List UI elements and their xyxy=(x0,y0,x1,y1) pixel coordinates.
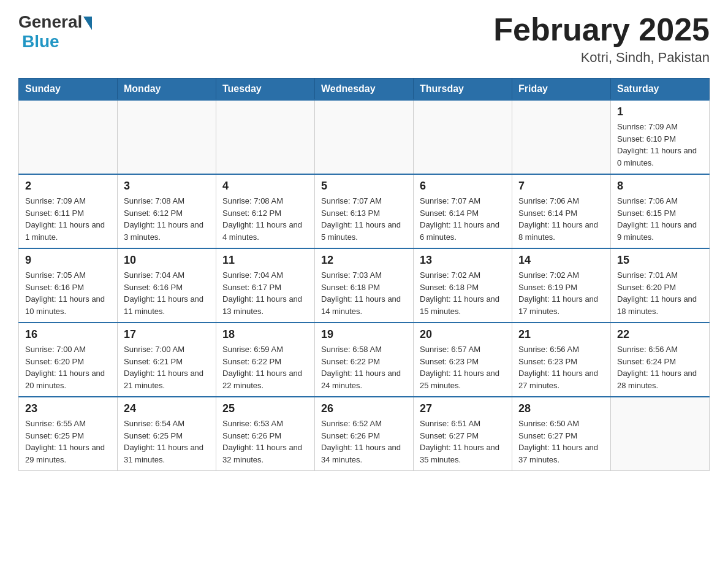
day-number: 16 xyxy=(25,328,111,341)
day-info: Sunrise: 7:02 AM Sunset: 6:18 PM Dayligh… xyxy=(420,270,499,316)
calendar-cell: 10Sunrise: 7:04 AM Sunset: 6:16 PM Dayli… xyxy=(118,248,216,323)
day-info: Sunrise: 6:50 AM Sunset: 6:27 PM Dayligh… xyxy=(518,419,598,464)
day-info: Sunrise: 7:06 AM Sunset: 6:15 PM Dayligh… xyxy=(617,196,697,242)
day-info: Sunrise: 6:54 AM Sunset: 6:25 PM Dayligh… xyxy=(124,419,203,464)
day-info: Sunrise: 7:05 AM Sunset: 6:16 PM Dayligh… xyxy=(25,270,105,316)
day-info: Sunrise: 6:52 AM Sunset: 6:26 PM Dayligh… xyxy=(321,419,401,464)
month-title: February 2025 xyxy=(493,12,710,47)
day-info: Sunrise: 7:00 AM Sunset: 6:20 PM Dayligh… xyxy=(25,345,105,390)
calendar-cell xyxy=(19,100,118,174)
calendar-cell: 11Sunrise: 7:04 AM Sunset: 6:17 PM Dayli… xyxy=(216,248,315,323)
calendar-cell: 7Sunrise: 7:06 AM Sunset: 6:14 PM Daylig… xyxy=(512,174,611,248)
day-info: Sunrise: 6:53 AM Sunset: 6:26 PM Dayligh… xyxy=(222,419,302,464)
calendar-week-1: 1Sunrise: 7:09 AM Sunset: 6:10 PM Daylig… xyxy=(19,100,710,174)
day-info: Sunrise: 6:58 AM Sunset: 6:22 PM Dayligh… xyxy=(321,345,401,390)
day-number: 5 xyxy=(321,180,407,193)
calendar-cell xyxy=(216,100,315,174)
day-info: Sunrise: 7:04 AM Sunset: 6:17 PM Dayligh… xyxy=(222,270,302,316)
day-info: Sunrise: 7:03 AM Sunset: 6:18 PM Dayligh… xyxy=(321,270,401,316)
day-number: 1 xyxy=(617,105,703,118)
calendar-cell: 2Sunrise: 7:09 AM Sunset: 6:11 PM Daylig… xyxy=(19,174,118,248)
calendar-cell xyxy=(118,100,216,174)
day-info: Sunrise: 7:01 AM Sunset: 6:20 PM Dayligh… xyxy=(617,270,697,316)
day-header-saturday: Saturday xyxy=(611,79,710,101)
day-number: 2 xyxy=(25,180,111,193)
calendar-cell: 13Sunrise: 7:02 AM Sunset: 6:18 PM Dayli… xyxy=(414,248,512,323)
day-number: 14 xyxy=(518,254,604,267)
day-number: 11 xyxy=(222,254,308,267)
calendar-cell: 5Sunrise: 7:07 AM Sunset: 6:13 PM Daylig… xyxy=(315,174,414,248)
day-number: 28 xyxy=(518,402,604,415)
day-header-monday: Monday xyxy=(118,79,216,101)
calendar-cell: 27Sunrise: 6:51 AM Sunset: 6:27 PM Dayli… xyxy=(414,397,512,471)
calendar-cell: 19Sunrise: 6:58 AM Sunset: 6:22 PM Dayli… xyxy=(315,323,414,397)
day-number: 4 xyxy=(222,180,308,193)
calendar-cell: 23Sunrise: 6:55 AM Sunset: 6:25 PM Dayli… xyxy=(19,397,118,471)
calendar-week-3: 9Sunrise: 7:05 AM Sunset: 6:16 PM Daylig… xyxy=(19,248,710,323)
logo-blue-text: Blue xyxy=(22,32,59,52)
day-number: 24 xyxy=(124,402,210,415)
calendar-cell: 4Sunrise: 7:08 AM Sunset: 6:12 PM Daylig… xyxy=(216,174,315,248)
day-number: 13 xyxy=(420,254,506,267)
day-number: 26 xyxy=(321,402,407,415)
calendar-cell: 25Sunrise: 6:53 AM Sunset: 6:26 PM Dayli… xyxy=(216,397,315,471)
day-number: 22 xyxy=(617,328,703,341)
calendar-cell: 15Sunrise: 7:01 AM Sunset: 6:20 PM Dayli… xyxy=(611,248,710,323)
day-info: Sunrise: 7:04 AM Sunset: 6:16 PM Dayligh… xyxy=(124,270,203,316)
calendar-cell: 24Sunrise: 6:54 AM Sunset: 6:25 PM Dayli… xyxy=(118,397,216,471)
day-number: 12 xyxy=(321,254,407,267)
day-number: 27 xyxy=(420,402,506,415)
calendar-cell: 9Sunrise: 7:05 AM Sunset: 6:16 PM Daylig… xyxy=(19,248,118,323)
calendar-cell: 26Sunrise: 6:52 AM Sunset: 6:26 PM Dayli… xyxy=(315,397,414,471)
logo-general-text: General xyxy=(18,12,82,32)
day-number: 10 xyxy=(124,254,210,267)
logo-arrow-icon xyxy=(83,17,92,30)
calendar-week-4: 16Sunrise: 7:00 AM Sunset: 6:20 PM Dayli… xyxy=(19,323,710,397)
calendar-cell: 21Sunrise: 6:56 AM Sunset: 6:23 PM Dayli… xyxy=(512,323,611,397)
day-number: 9 xyxy=(25,254,111,267)
day-info: Sunrise: 7:02 AM Sunset: 6:19 PM Dayligh… xyxy=(518,270,598,316)
title-block: February 2025 Kotri, Sindh, Pakistan xyxy=(493,12,710,66)
calendar-week-2: 2Sunrise: 7:09 AM Sunset: 6:11 PM Daylig… xyxy=(19,174,710,248)
day-number: 15 xyxy=(617,254,703,267)
day-header-friday: Friday xyxy=(512,79,611,101)
calendar-cell: 1Sunrise: 7:09 AM Sunset: 6:10 PM Daylig… xyxy=(611,100,710,174)
day-info: Sunrise: 7:07 AM Sunset: 6:14 PM Dayligh… xyxy=(420,196,499,242)
calendar-cell xyxy=(512,100,611,174)
day-number: 8 xyxy=(617,180,703,193)
location-text: Kotri, Sindh, Pakistan xyxy=(493,50,710,66)
day-info: Sunrise: 7:08 AM Sunset: 6:12 PM Dayligh… xyxy=(222,196,302,242)
day-info: Sunrise: 7:09 AM Sunset: 6:11 PM Dayligh… xyxy=(25,196,105,242)
calendar-cell xyxy=(414,100,512,174)
day-info: Sunrise: 7:08 AM Sunset: 6:12 PM Dayligh… xyxy=(124,196,203,242)
day-info: Sunrise: 7:09 AM Sunset: 6:10 PM Dayligh… xyxy=(617,122,697,167)
day-number: 7 xyxy=(518,180,604,193)
calendar-cell: 3Sunrise: 7:08 AM Sunset: 6:12 PM Daylig… xyxy=(118,174,216,248)
calendar-cell: 8Sunrise: 7:06 AM Sunset: 6:15 PM Daylig… xyxy=(611,174,710,248)
calendar-cell xyxy=(315,100,414,174)
day-number: 3 xyxy=(124,180,210,193)
day-info: Sunrise: 6:51 AM Sunset: 6:27 PM Dayligh… xyxy=(420,419,499,464)
logo: General Blue xyxy=(18,12,92,52)
day-info: Sunrise: 7:00 AM Sunset: 6:21 PM Dayligh… xyxy=(124,345,203,390)
day-header-thursday: Thursday xyxy=(414,79,512,101)
day-number: 23 xyxy=(25,402,111,415)
calendar-cell xyxy=(611,397,710,471)
day-number: 21 xyxy=(518,328,604,341)
day-header-sunday: Sunday xyxy=(19,79,118,101)
day-info: Sunrise: 6:59 AM Sunset: 6:22 PM Dayligh… xyxy=(222,345,302,390)
calendar-cell: 22Sunrise: 6:56 AM Sunset: 6:24 PM Dayli… xyxy=(611,323,710,397)
calendar-cell: 28Sunrise: 6:50 AM Sunset: 6:27 PM Dayli… xyxy=(512,397,611,471)
day-info: Sunrise: 6:57 AM Sunset: 6:23 PM Dayligh… xyxy=(420,345,499,390)
day-info: Sunrise: 6:55 AM Sunset: 6:25 PM Dayligh… xyxy=(25,419,105,464)
day-number: 17 xyxy=(124,328,210,341)
day-header-wednesday: Wednesday xyxy=(315,79,414,101)
calendar-header-row: SundayMondayTuesdayWednesdayThursdayFrid… xyxy=(19,79,710,101)
calendar-table: SundayMondayTuesdayWednesdayThursdayFrid… xyxy=(18,78,710,471)
day-info: Sunrise: 7:06 AM Sunset: 6:14 PM Dayligh… xyxy=(518,196,598,242)
page-header: General Blue February 2025 Kotri, Sindh,… xyxy=(18,12,710,66)
day-number: 6 xyxy=(420,180,506,193)
calendar-cell: 17Sunrise: 7:00 AM Sunset: 6:21 PM Dayli… xyxy=(118,323,216,397)
day-number: 18 xyxy=(222,328,308,341)
calendar-cell: 18Sunrise: 6:59 AM Sunset: 6:22 PM Dayli… xyxy=(216,323,315,397)
